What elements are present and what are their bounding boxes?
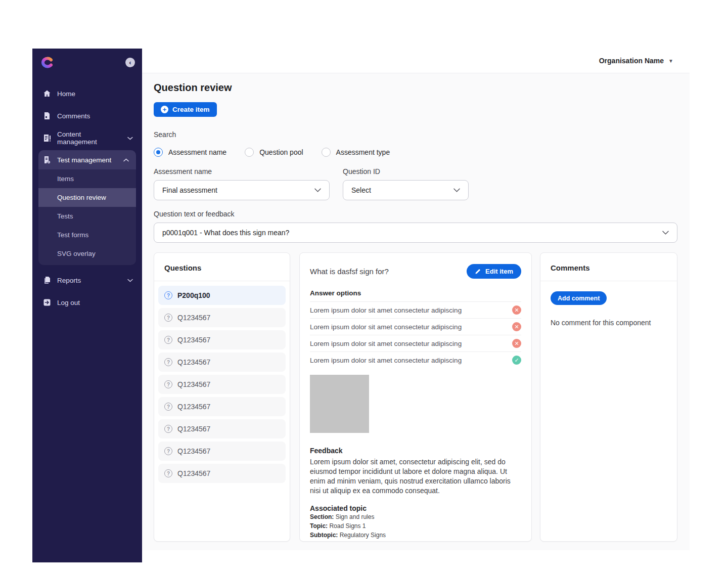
subtopic-value: Regulatory Signs [340, 532, 386, 539]
sidebar-item-label: Home [57, 90, 75, 98]
questions-panel: Questions ? P200q100 ? Q1234567 ? Q12345 [154, 252, 290, 542]
question-id: Q1234567 [177, 358, 210, 366]
question-id: Q1234567 [177, 380, 210, 388]
answer-text: Lorem ipsum dolor sit amet consectetur a… [310, 357, 462, 364]
question-id: Q1234567 [177, 314, 210, 322]
question-id-select[interactable]: Select [343, 180, 469, 200]
question-id: Q1234567 [177, 447, 210, 455]
search-mode-radios: Assessment name Question pool Assessment… [154, 148, 677, 157]
test-management-group: Test management Items Question review Te… [38, 150, 136, 265]
radio-label: Assessment name [168, 148, 226, 156]
question-circle-icon: ? [164, 425, 172, 433]
assessment-name-field: Assessment name Final assessment [154, 167, 330, 200]
sidebar-item-logout[interactable]: Log out [32, 291, 142, 314]
radio-assessment-type[interactable]: Assessment type [322, 148, 390, 157]
sidebar-item-content-management[interactable]: Content management [32, 127, 142, 149]
feedback-label: Feedback [310, 447, 521, 455]
sidebar-item-home[interactable]: Home [32, 82, 142, 105]
edit-item-label: Edit item [485, 268, 513, 275]
question-title: What is dasfsf sign for? [310, 267, 389, 276]
feedback-text: Lorem ipsum dolor sit amet, consectetur … [310, 457, 521, 496]
question-circle-icon: ? [164, 291, 172, 299]
no-comments-text: No comment for this component [551, 319, 667, 327]
question-list-item[interactable]: ? Q1234567 [158, 397, 286, 416]
question-list-item[interactable]: ? Q1234567 [158, 419, 286, 438]
answer-text: Lorem ipsum dolor sit amet consectetur a… [310, 306, 462, 314]
radio-assessment-name[interactable]: Assessment name [154, 148, 226, 157]
collapse-sidebar-button[interactable]: ‹ [125, 58, 135, 67]
questions-list: ? P200q100 ? Q1234567 ? Q1234567 ? [154, 281, 290, 491]
associated-topic-label: Associated topic [310, 504, 521, 512]
question-list-item[interactable]: ? Q1234567 [158, 442, 286, 461]
answer-text: Lorem ipsum dolor sit amet consectetur a… [310, 323, 462, 331]
edit-item-button[interactable]: Edit item [467, 264, 521, 279]
assessment-name-label: Assessment name [154, 167, 330, 175]
question-circle-icon: ? [164, 314, 172, 322]
sidebar-item-label: Test management [57, 156, 111, 164]
sidebar-item-label: Log out [57, 299, 80, 306]
incorrect-icon: ✕ [512, 322, 521, 331]
sidebar-item-test-management[interactable]: Test management [38, 150, 136, 169]
question-circle-icon: ? [164, 336, 172, 344]
answer-option-row: Lorem ipsum dolor sit amet consectetur a… [310, 318, 521, 335]
question-detail-panel: What is dasfsf sign for? Edit item Answe… [299, 252, 532, 542]
question-circle-icon: ? [164, 358, 172, 366]
topic-line: Topic: Road Signs 1 [310, 522, 521, 531]
chevron-left-icon: ‹ [129, 59, 131, 66]
question-id: Q1234567 [177, 469, 210, 477]
sidebar-item-reports[interactable]: Reports [32, 269, 142, 291]
page-content: Question review + Create item Search Ass… [142, 73, 690, 554]
answer-options-label: Answer options [310, 289, 521, 297]
home-icon [43, 90, 51, 98]
sidebar-subitem-test-forms[interactable]: Test forms [38, 226, 136, 244]
sidebar-item-comments[interactable]: Comments [32, 105, 142, 127]
add-comment-button[interactable]: Add comment [551, 291, 607, 305]
sidebar-item-label: Content management [57, 130, 121, 146]
chevron-down-icon [453, 188, 460, 192]
section-line: Section: Sign and rules [310, 513, 521, 521]
question-list-item[interactable]: ? Q1234567 [158, 330, 286, 349]
question-id: Q1234567 [177, 425, 210, 433]
sidebar-subitem-question-review[interactable]: Question review [38, 188, 136, 207]
organisation-dropdown[interactable]: Organisation Name ▼ [599, 57, 673, 65]
radio-icon [154, 148, 163, 157]
app-window: ‹ Home Comments [32, 49, 690, 562]
radio-icon [322, 148, 331, 157]
organisation-name: Organisation Name [599, 57, 664, 65]
pencil-icon [475, 268, 481, 275]
question-circle-icon: ? [164, 403, 172, 411]
radio-label: Assessment type [336, 148, 390, 156]
question-id: Q1234567 [177, 403, 210, 411]
question-id-label: Question ID [343, 167, 469, 175]
sidebar-item-label: Comments [57, 112, 90, 120]
question-list-item[interactable]: ? Q1234567 [158, 375, 286, 394]
question-list-item[interactable]: ? Q1234567 [158, 353, 286, 372]
sidebar-subitem-tests[interactable]: Tests [38, 207, 136, 226]
question-list-item[interactable]: ? Q1234567 [158, 464, 286, 483]
question-text-label: Question text or feedback [154, 210, 677, 218]
create-item-button[interactable]: + Create item [154, 102, 217, 117]
question-list-item[interactable]: ? P200q100 [158, 286, 286, 305]
caret-down-icon: ▼ [668, 58, 673, 64]
chevron-up-icon [123, 158, 129, 162]
chevron-down-icon [314, 188, 321, 192]
reports-icon [43, 276, 51, 284]
test-management-icon [43, 156, 51, 164]
subtopic-line: Subtopic: Regulatory Signs [310, 531, 521, 540]
sidebar-nav: Home Comments Content manageme [32, 82, 142, 314]
question-id-field: Question ID Select [343, 167, 469, 200]
chevron-down-icon [127, 279, 133, 282]
test-management-submenu: Items Question review Tests Test forms S… [38, 169, 136, 265]
question-text-field: Question text or feedback p0001q001 - Wh… [154, 210, 677, 243]
sidebar-subitem-items[interactable]: Items [38, 169, 136, 188]
logout-icon [43, 298, 51, 306]
radio-question-pool[interactable]: Question pool [245, 148, 303, 157]
answer-text: Lorem ipsum dolor sit amet consectetur a… [310, 340, 462, 347]
question-text-select[interactable]: p0001q001 - What does this sign mean? [154, 223, 677, 243]
assessment-name-select[interactable]: Final assessment [154, 180, 330, 200]
sidebar-subitem-svg-overlay[interactable]: SVG overlay [38, 244, 136, 263]
radio-icon [245, 148, 254, 157]
comments-icon [43, 112, 51, 120]
question-list-item[interactable]: ? Q1234567 [158, 308, 286, 327]
answer-option-row: Lorem ipsum dolor sit amet consectetur a… [310, 335, 521, 352]
